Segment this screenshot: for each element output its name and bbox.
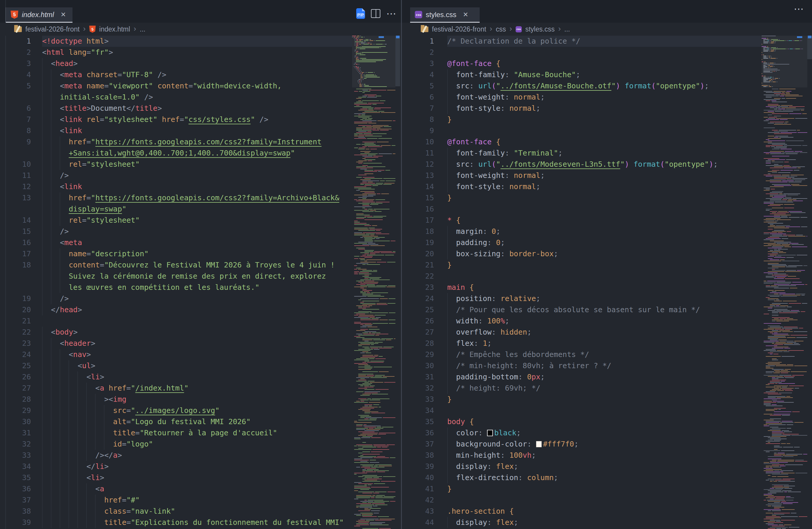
code-line: 10 rel="stylesheet": [0, 159, 352, 170]
breadcrumb-symbol[interactable]: ...: [564, 25, 570, 33]
folder-icon: [14, 27, 22, 32]
code-line: 11 />: [0, 170, 352, 181]
code-line: 30 alt="Logo du festival MMI 2026": [0, 416, 352, 427]
code-line: display=swap": [0, 204, 352, 215]
code-line: 35body {: [402, 416, 762, 427]
code-line: 11 font-family: "Terminal";: [402, 148, 762, 159]
code-line: 26 width: 100%;: [402, 315, 762, 327]
editor-group-left: 5 index.html ✕ PHP ⋯ festival-2026-front…: [0, 0, 401, 529]
breadcrumb-symbol[interactable]: ...: [140, 25, 145, 33]
scrollbar-left[interactable]: [395, 35, 400, 529]
code-line: 16 <meta: [0, 237, 352, 248]
code-line: 24 position: relative;: [402, 293, 762, 304]
code-line: 26 <li>: [0, 371, 352, 383]
code-line: 28 flex: 1;: [402, 338, 762, 349]
code-editor-index-html[interactable]: 1<!doctype html>2<html lang="fr">3 <head…: [0, 35, 352, 529]
code-line: 42: [402, 495, 762, 506]
code-line: 19 />: [0, 293, 352, 304]
code-line: 17 name="description": [0, 248, 352, 260]
folder-icon: [421, 27, 429, 32]
editor-actions-right: ⋯: [794, 6, 804, 12]
code-line: 18 content="Découvrez le Festival MMI 20…: [0, 260, 352, 271]
code-line: 20 box-sizing: border-box;: [402, 248, 762, 260]
code-line: 17* {: [402, 215, 762, 226]
tab-index-html[interactable]: 5 index.html ✕: [6, 8, 72, 23]
code-line: 6 <title>Document</title>: [0, 103, 352, 114]
code-line: 36 <a: [0, 483, 352, 495]
minimap-left[interactable]: [352, 35, 395, 529]
code-line: 10@font-face {: [402, 136, 762, 148]
tab-bar-left: 5 index.html ✕ PHP ⋯: [0, 0, 401, 23]
breadcrumb-left: festival-2026-front › 5 index.html › ...: [0, 23, 401, 35]
code-line: 16: [402, 204, 762, 215]
code-line: +Sans:ital,wght@0,400..700;1,400..700&di…: [0, 148, 352, 159]
code-line: 35 <li>: [0, 472, 352, 483]
php-preview-icon[interactable]: PHP: [356, 8, 365, 19]
chevron-right-icon: ›: [509, 24, 512, 33]
code-line: Suivez la cérémonie de remise des prix e…: [0, 271, 352, 282]
more-actions-icon[interactable]: ⋯: [386, 11, 397, 16]
scrollbar-slider[interactable]: [807, 35, 812, 59]
breadcrumb-project[interactable]: festival-2026-front: [432, 25, 486, 33]
tab-label: index.html: [22, 11, 54, 19]
scrollbar-slider[interactable]: [395, 35, 400, 86]
minimap-cursor-mark: [379, 36, 384, 38]
code-line: 21: [0, 315, 352, 327]
code-line: 19 padding: 0;: [402, 237, 762, 248]
code-line: 23main {: [402, 282, 762, 293]
breadcrumb-project[interactable]: festival-2026-front: [25, 25, 79, 33]
code-line: 18 margin: 0;: [402, 226, 762, 237]
code-editor-styles-css[interactable]: 1/* Declaration de la police */23@font-f…: [402, 35, 762, 529]
breadcrumb-file[interactable]: styles.css: [525, 25, 555, 33]
minimap-viewport: [762, 35, 807, 87]
breadcrumb-folder-css[interactable]: css: [496, 25, 506, 33]
code-line: 8}: [402, 114, 762, 125]
code-line: 2: [402, 47, 762, 58]
code-line: 31 title="Retourner à la page d'accueil": [0, 427, 352, 439]
code-line: 40 flex-direction: column;: [402, 472, 762, 483]
code-line: 41}: [402, 483, 762, 495]
breadcrumb-file[interactable]: index.html: [99, 25, 130, 33]
chevron-right-icon: ›: [83, 24, 86, 33]
code-line: 23 <header>: [0, 338, 352, 349]
css-icon: css: [516, 26, 522, 32]
code-line: 1/* Declaration de la police */: [402, 35, 762, 47]
code-line: 15}: [402, 192, 762, 204]
tab-label: styles.css: [426, 11, 456, 19]
code-line: 2<html lang="fr">: [0, 47, 352, 58]
code-line: 25 <ul>: [0, 360, 352, 371]
close-icon[interactable]: ✕: [463, 11, 468, 18]
code-line: 13 font-weight: normal;: [402, 170, 762, 181]
code-line: 22 <body>: [0, 327, 352, 338]
code-line: 27 <a href="/index.html": [0, 383, 352, 394]
tab-styles-css[interactable]: css styles.css ✕: [410, 8, 480, 23]
code-line: 6 font-weight: normal;: [402, 92, 762, 103]
code-line: 34 </li>: [0, 461, 352, 472]
code-line: 7 <link rel="stylesheet" href="css/style…: [0, 114, 352, 125]
chevron-right-icon: ›: [134, 24, 136, 33]
code-line: 33 /></a>: [0, 450, 352, 461]
code-line: 22: [402, 271, 762, 282]
minimap-right[interactable]: [762, 35, 807, 529]
code-line: 3 <head>: [0, 58, 352, 69]
code-line: 13 href="https://fonts.googleapis.com/cs…: [0, 192, 352, 204]
code-line: 14 rel="stylesheet": [0, 215, 352, 226]
code-line: 30 /* min-height: 80vh; à retirer ? */: [402, 360, 762, 371]
close-icon[interactable]: ✕: [60, 11, 66, 18]
code-line: 43.hero-section {: [402, 506, 762, 517]
tab-bar-right: css styles.css ✕ ⋯: [402, 0, 812, 23]
css-icon: css: [415, 11, 422, 18]
code-line: 25 /* Pour que les décos absolute se bas…: [402, 304, 762, 315]
more-actions-icon[interactable]: ⋯: [794, 6, 804, 12]
code-line: 32 id="logo": [0, 439, 352, 450]
split-editor-icon[interactable]: [371, 9, 380, 18]
code-line: initial-scale=1.0" />: [0, 92, 352, 103]
editor-actions-left: PHP ⋯: [356, 8, 397, 19]
minimap-cursor-mark: [797, 36, 802, 38]
code-line: 20 </head>: [0, 304, 352, 315]
scrollbar-right[interactable]: [807, 35, 812, 529]
code-line: 31 padding-bottom: 0px;: [402, 371, 762, 383]
code-line: 28 ><img: [0, 394, 352, 405]
html5-icon: 5: [11, 11, 18, 19]
code-line: 39 title="Explications du fonctionnement…: [0, 517, 352, 528]
